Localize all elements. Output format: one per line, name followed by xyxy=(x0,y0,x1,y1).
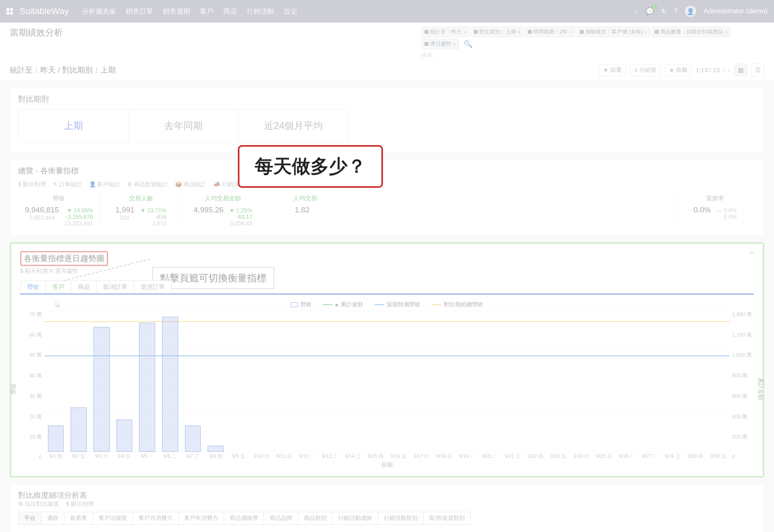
menu-item[interactable]: 客戶 xyxy=(200,7,214,16)
filter-icon xyxy=(580,30,584,34)
filter-icon xyxy=(424,42,429,46)
cumulative-line xyxy=(44,311,730,532)
link[interactable]: ⚙ 商品型號統計 xyxy=(127,181,168,188)
compare-tab[interactable]: 近24個月平均 xyxy=(239,110,348,142)
filter-icon xyxy=(528,30,532,34)
detail-tab[interactable]: 平台 xyxy=(18,512,42,525)
compare-tabs: 上期 去年同期 近24個月平均 xyxy=(18,109,349,142)
y-axis-left-label: 營收 xyxy=(10,383,17,395)
chart-tabs: 營收 客戶 商品 取消訂單 退貨訂單 xyxy=(20,281,754,295)
close-icon[interactable]: × xyxy=(453,41,456,47)
compare-tab[interactable]: 上期 xyxy=(19,110,129,142)
search-icon[interactable]: 🔍 xyxy=(464,39,472,48)
kpi-card xyxy=(346,192,428,229)
collapse-icon[interactable]: ⌃ xyxy=(749,250,755,259)
y-axis-right-ticks: 1,400 萬1,200 萬1,000 萬800 萬600 萬400 萬200 … xyxy=(732,311,754,460)
kpi-card: 人均交易金額 4,995.26 1.25%-63.175,058.43 xyxy=(182,192,264,229)
overview-title: 總覽 - 各衡量指標 xyxy=(18,166,756,176)
menu-item[interactable]: 銷售週期 xyxy=(163,7,190,16)
filter-chip[interactable]: 商品數量：排除折扣與贈品× xyxy=(652,27,731,37)
filter-chip[interactable]: 對比期別：上期× xyxy=(471,27,524,37)
breadcrumb: 統計至：昨天 / 對比期別：上期 xyxy=(10,65,116,75)
menu-item[interactable]: 商品 xyxy=(223,7,237,16)
filter-button[interactable]: ▼ 篩選 xyxy=(599,64,626,76)
favorite-button[interactable]: ★ 收藏 xyxy=(665,64,692,76)
annotation-big-callout: 每天做多少？ xyxy=(238,145,383,188)
close-icon[interactable]: × xyxy=(518,29,521,35)
link[interactable]: 📦 商品統計 xyxy=(175,181,206,188)
filter-icon xyxy=(655,30,659,34)
group-button[interactable]: ≡ 分組按 xyxy=(630,64,661,76)
close-icon[interactable]: × xyxy=(569,29,572,35)
link[interactable]: 👤 客戶統計 xyxy=(89,181,120,188)
compare-tab[interactable]: 去年同期 xyxy=(129,110,239,142)
cursor-hand-icon: ☟ xyxy=(55,300,60,311)
avatar[interactable]: 👤 xyxy=(685,6,696,17)
pager: 1-13 / 13 ‹ › xyxy=(696,66,730,73)
trend-title: 各衡量指標逐日趨勢圖 xyxy=(20,251,108,266)
chart-tab[interactable]: 取消訂單 xyxy=(96,281,134,293)
kpi-card xyxy=(592,192,674,229)
menu-item[interactable]: 設定 xyxy=(284,7,298,16)
compare-title: 對比期別 xyxy=(18,94,756,104)
kpi-card xyxy=(428,192,510,229)
chart-tab[interactable]: 客戶 xyxy=(46,281,71,293)
x-axis-labels: 9/1 四9/2 五9/3 六9/4 日9/5 一9/6 二9/7 三9/8 四… xyxy=(44,453,730,460)
chart-tab[interactable]: 商品 xyxy=(71,281,97,293)
filter-chip[interactable]: 逐日趨勢× xyxy=(422,39,459,49)
filter-icon xyxy=(424,30,429,34)
filter-chips: 統計至：昨天× 對比期別：上期× 時間範圍：2年× 價格模式：客戶價 (未稅)×… xyxy=(422,27,764,59)
topbar: SuitableWay 分析儀表板 銷售訂單 銷售週期 客戶 商品 行銷活動 設… xyxy=(0,0,774,23)
filter-chip[interactable]: 價格模式：客戶價 (未稅)× xyxy=(577,27,650,37)
compare-panel: 對比期別 上期 去年同期 近24個月平均 xyxy=(10,87,764,152)
close-icon[interactable]: × xyxy=(725,29,728,35)
trend-panel: ⌃ 各衡量指標逐日趨勢圖 $ 顯示利潤 ↻ 逐月趨勢 點擊頁籤可切換衡量指標 ☟… xyxy=(10,242,764,478)
overview-panel: 總覽 - 各衡量指標 $ 顯示利潤 ✎ 訂單統計 👤 客戶統計 ⚙ 商品型號統計… xyxy=(10,159,764,236)
kpi-card: 營收 9,946,8152,652,484 24.66%-3,255,67613… xyxy=(18,192,100,229)
close-icon[interactable]: × xyxy=(463,29,466,35)
close-icon[interactable]: × xyxy=(644,29,647,35)
link[interactable]: ✎ 訂單統計 xyxy=(53,181,82,188)
help-icon[interactable]: ? xyxy=(674,7,678,15)
kanban-view-icon[interactable]: ▦ xyxy=(734,64,747,76)
link[interactable]: $ 顯示利潤 xyxy=(18,181,46,188)
kpi-card: 人均交易 1.82 xyxy=(264,192,346,229)
y-axis-left-ticks: 70 萬60 萬50 萬40 萬30 萬20 萬10 萬0 xyxy=(20,311,42,460)
sub-header: 當期績效分析 統計至：昨天× 對比期別：上期× 時間範圍：2年× 價格模式：客戶… xyxy=(0,23,774,81)
menu-item[interactable]: 行銷活動 xyxy=(247,7,274,16)
list-view-icon[interactable]: ☰ xyxy=(751,64,764,76)
chat-icon[interactable]: 💬 xyxy=(645,7,654,16)
chart-tab[interactable]: 營收 xyxy=(20,281,46,293)
home-icon[interactable]: ⌂ xyxy=(634,7,638,15)
user-name[interactable]: Administrator (demo) xyxy=(703,7,768,15)
menu-item[interactable]: 銷售訂單 xyxy=(126,7,153,16)
next-icon[interactable]: › xyxy=(728,66,730,73)
filter-icon xyxy=(474,30,478,34)
page-title: 當期績效分析 xyxy=(10,27,63,39)
kpi-card: 退貨率 0.0% — 0.0%0.0% xyxy=(674,192,756,229)
kpi-card: 交易人數 1,991531 23.71%-6192,610 xyxy=(100,192,182,229)
y-axis-right-label: 累計金額 xyxy=(757,378,764,400)
trend-sublinks[interactable]: $ 顯示利潤 ↻ 逐月趨勢 xyxy=(20,268,754,275)
filter-chip[interactable]: 統計至：昨天× xyxy=(422,27,469,37)
search-input[interactable]: 搜尋... xyxy=(422,51,764,59)
chart-legend: 營收 ●累計金額 當期預測營收 對比期的總營收 xyxy=(20,301,754,308)
chart-plot: 營收 累計金額 70 萬60 萬50 萬40 萬30 萬20 萬10 萬0 1,… xyxy=(20,311,754,460)
apps-launcher-icon[interactable] xyxy=(6,8,13,15)
brand[interactable]: SuitableWay xyxy=(19,6,69,17)
menu-item[interactable]: 分析儀表板 xyxy=(82,7,116,16)
main-menu: 分析儀表板 銷售訂單 銷售週期 客戶 商品 行銷活動 設定 xyxy=(82,7,298,16)
prev-icon[interactable]: ‹ xyxy=(723,66,725,73)
kpi-row: 營收 9,946,8152,652,484 24.66%-3,255,67613… xyxy=(18,192,756,229)
chart-tab[interactable]: 退貨訂單 xyxy=(134,281,172,293)
overview-sublinks: $ 顯示利潤 ✎ 訂單統計 👤 客戶統計 ⚙ 商品型號統計 📦 商品統計 📣 行… xyxy=(18,181,756,188)
refresh-icon[interactable]: ↻ xyxy=(661,7,667,16)
kpi-card xyxy=(510,192,592,229)
filter-chip[interactable]: 時間範圍：2年× xyxy=(525,27,575,37)
